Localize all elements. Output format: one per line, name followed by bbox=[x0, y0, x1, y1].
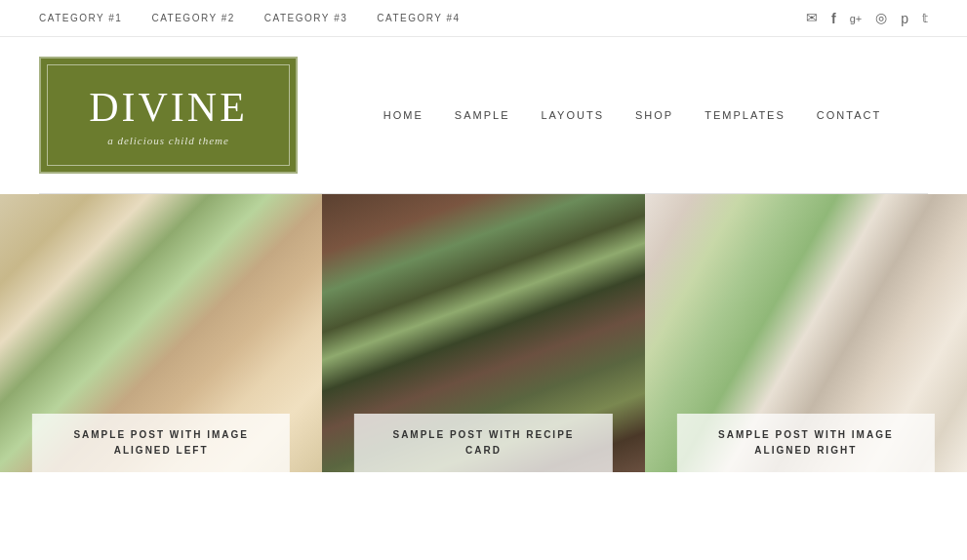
email-icon[interactable]: ✉ bbox=[806, 10, 818, 26]
nav-home[interactable]: HOME bbox=[383, 109, 423, 121]
post-title-2: SAMPLE POST WITH RECIPE CARD bbox=[366, 427, 600, 459]
nav-templates[interactable]: TEMPLATES bbox=[705, 109, 786, 121]
post-title-3: SAMPLE POST WITH IMAGE ALIGNED RIGHT bbox=[689, 427, 923, 459]
post-overlay-1: SAMPLE POST WITH IMAGE ALIGNED LEFT bbox=[32, 414, 290, 472]
nav-sample[interactable]: SAMPLE bbox=[455, 109, 510, 121]
instagram-icon[interactable]: ◎ bbox=[875, 10, 887, 26]
posts-grid: SAMPLE POST WITH IMAGE ALIGNED LEFT SAMP… bbox=[0, 194, 967, 472]
logo-box[interactable]: DIVINE a delicious child theme bbox=[39, 57, 298, 174]
logo-title: DIVINE bbox=[89, 84, 248, 131]
logo-subtitle: a delicious child theme bbox=[107, 135, 229, 146]
nav-contact[interactable]: CONTACT bbox=[817, 109, 881, 121]
top-nav-item-cat1[interactable]: CATEGORY #1 bbox=[39, 13, 122, 23]
header: DIVINE a delicious child theme HOME SAMP… bbox=[0, 37, 967, 193]
post-card-3[interactable]: SAMPLE POST WITH IMAGE ALIGNED RIGHT bbox=[645, 194, 967, 472]
top-nav-item-cat3[interactable]: CATEGORY #3 bbox=[264, 13, 347, 23]
post-card-1[interactable]: SAMPLE POST WITH IMAGE ALIGNED LEFT bbox=[0, 194, 322, 472]
post-overlay-2: SAMPLE POST WITH RECIPE CARD bbox=[354, 414, 612, 472]
nav-shop[interactable]: SHOP bbox=[635, 109, 673, 121]
nav-layouts[interactable]: LAYOUTS bbox=[541, 109, 604, 121]
top-nav-item-cat4[interactable]: CATEGORY #4 bbox=[377, 13, 460, 23]
post-card-2[interactable]: SAMPLE POST WITH RECIPE CARD bbox=[322, 194, 644, 472]
top-nav-item-cat2[interactable]: CATEGORY #2 bbox=[151, 13, 234, 23]
post-title-1: SAMPLE POST WITH IMAGE ALIGNED LEFT bbox=[44, 427, 278, 459]
main-nav: HOME SAMPLE LAYOUTS SHOP TEMPLATES CONTA… bbox=[337, 109, 928, 121]
pinterest-icon[interactable]: p bbox=[901, 11, 908, 26]
facebook-icon[interactable]: f bbox=[831, 11, 836, 26]
top-bar: CATEGORY #1 CATEGORY #2 CATEGORY #3 CATE… bbox=[0, 0, 967, 37]
twitter-icon[interactable]: 𝕥 bbox=[922, 11, 928, 26]
post-overlay-3: SAMPLE POST WITH IMAGE ALIGNED RIGHT bbox=[677, 414, 935, 472]
social-icons: ✉ f g+ ◎ p 𝕥 bbox=[806, 10, 928, 26]
google-plus-icon[interactable]: g+ bbox=[850, 13, 863, 24]
top-nav: CATEGORY #1 CATEGORY #2 CATEGORY #3 CATE… bbox=[39, 13, 461, 23]
